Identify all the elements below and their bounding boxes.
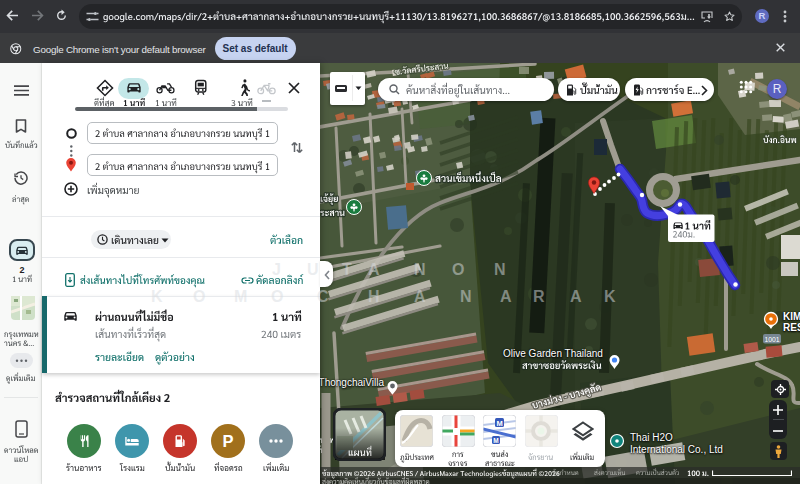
svg-text:M: M	[493, 437, 498, 444]
svg-text:M: M	[496, 419, 502, 428]
svg-text:P: P	[222, 432, 233, 450]
svg-text:1001: 1001	[764, 336, 779, 343]
